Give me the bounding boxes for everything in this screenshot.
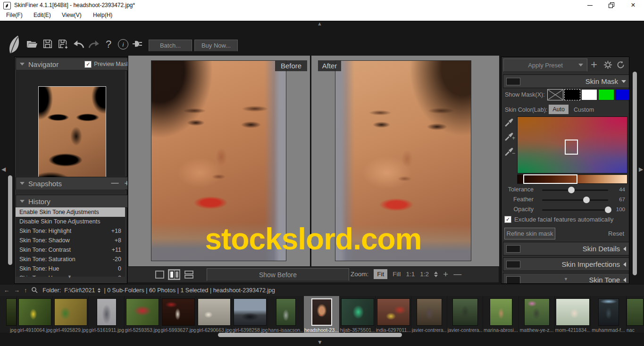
- history-item[interactable]: Enable Skin Tone Adjustments: [16, 207, 125, 217]
- history-item[interactable]: Disable Skin Tone Adjustments: [16, 217, 125, 226]
- zoom-fill-button[interactable]: Fill: [393, 271, 401, 278]
- feather-slider[interactable]: Feather 67: [502, 195, 628, 205]
- folder-spinner[interactable]: [98, 288, 100, 293]
- zoom-spinner[interactable]: [434, 272, 438, 277]
- menu-file[interactable]: File(F): [6, 12, 23, 18]
- search-icon[interactable]: [31, 287, 38, 295]
- minimize-button[interactable]: [579, 0, 600, 10]
- filmstrip-item[interactable]: muhammad-f...: [591, 296, 627, 333]
- filmstrip-item[interactable]: javier-contrera...: [411, 296, 447, 333]
- filmstrip-item[interactable]: girl-5259353.jpg: [125, 296, 160, 333]
- photo-thumbnail[interactable]: [524, 298, 550, 326]
- tolerance-slider[interactable]: Tolerance 44: [502, 185, 628, 195]
- filmstrip-item[interactable]: girl-6290663.jpg: [196, 296, 232, 333]
- skin-imperfections-section-header[interactable]: Skin Imperfections: [503, 257, 629, 271]
- mask-swatch-white[interactable]: [581, 89, 597, 100]
- skin-imperfections-toggle[interactable]: [506, 261, 520, 268]
- menu-edit[interactable]: Edit(E): [33, 12, 51, 18]
- reset-button[interactable]: Reset: [608, 230, 624, 237]
- navigator-header[interactable]: Navigator ✓ Preview Mask: [16, 58, 134, 71]
- photo-thumbnail[interactable]: [341, 298, 374, 326]
- buy-now-button[interactable]: Buy Now...: [194, 40, 238, 51]
- filmstrip-item[interactable]: matthew-ye-z...: [519, 296, 555, 333]
- history-header[interactable]: History: [16, 195, 134, 208]
- history-scroll-down-icon[interactable]: ▼: [67, 274, 72, 279]
- filmstrip-item[interactable]: hijab-3575501...: [340, 296, 376, 333]
- photo-thumbnail[interactable]: [490, 298, 512, 326]
- menu-help[interactable]: Help(H): [93, 12, 112, 18]
- photo-thumbnail[interactable]: [162, 298, 195, 326]
- skin-tone-toggle[interactable]: [506, 276, 520, 284]
- preview-mask-checkbox[interactable]: ✓ Preview Mask: [84, 61, 129, 68]
- exclude-facial-features-checkbox[interactable]: ✓ Exclude facial features automatically: [504, 216, 613, 223]
- mask-swatch-black[interactable]: [564, 89, 580, 100]
- view-mode-single-button[interactable]: [153, 269, 166, 280]
- help-icon[interactable]: ?: [104, 38, 113, 50]
- left-panel-scrollbar[interactable]: [8, 175, 12, 265]
- filmstrip-item[interactable]: nac: [627, 296, 644, 333]
- apply-preset-dropdown[interactable]: Apply Preset: [503, 58, 587, 72]
- opacity-slider[interactable]: Opacity 100: [502, 205, 628, 214]
- collapse-top-arrow[interactable]: ▲: [317, 21, 322, 26]
- collapse-left-arrow[interactable]: ◀: [1, 166, 6, 173]
- navigator-mask-preview[interactable]: [38, 86, 106, 186]
- zoom-1-1-button[interactable]: 1:1: [406, 271, 415, 278]
- mask-swatch-none[interactable]: [547, 89, 563, 100]
- add-preset-icon[interactable]: +: [591, 58, 597, 71]
- close-button[interactable]: ×: [623, 0, 644, 10]
- color-field-selector[interactable]: [565, 140, 578, 155]
- open-folder-icon[interactable]: [26, 40, 38, 49]
- luminance-bar[interactable]: [517, 174, 627, 184]
- photo-thumbnail[interactable]: [556, 298, 590, 326]
- photo-thumbnail[interactable]: [6, 298, 17, 326]
- save-as-icon[interactable]: [58, 39, 69, 49]
- photo-thumbnail[interactable]: [54, 298, 87, 326]
- photo-thumbnail[interactable]: [452, 298, 478, 326]
- photo-thumbnail[interactable]: [417, 298, 442, 326]
- eyedropper-subtract-icon[interactable]: −: [504, 146, 515, 158]
- refine-skin-mask-button[interactable]: Refine skin mask: [504, 228, 555, 239]
- photo-thumbnail[interactable]: [276, 298, 296, 326]
- save-icon[interactable]: [42, 39, 53, 49]
- view-mode-split-horizontal-button[interactable]: [183, 269, 195, 280]
- collapse-bottom-arrow[interactable]: ▼: [317, 339, 323, 346]
- filmstrip-item[interactable]: javier-contrera...: [447, 296, 483, 333]
- nav-up-icon[interactable]: ↑: [24, 287, 27, 294]
- skin-mask-toggle[interactable]: [506, 78, 520, 85]
- filmstrip-item[interactable]: girl-6398258.jpg: [232, 296, 268, 333]
- restore-button[interactable]: [601, 0, 622, 10]
- snapshots-header[interactable]: Snapshots — +: [16, 177, 134, 190]
- nav-forward-icon[interactable]: →: [14, 287, 20, 294]
- skin-details-toggle[interactable]: [506, 245, 520, 253]
- filmstrip-item[interactable]: hans-isaacson...: [268, 296, 304, 333]
- nav-back-icon[interactable]: ←: [4, 287, 10, 294]
- filmstrip-scrollbar[interactable]: [218, 333, 402, 337]
- undo-icon[interactable]: [73, 40, 85, 49]
- mask-swatch-green[interactable]: [598, 89, 614, 100]
- skin-mask-section-header[interactable]: Skin Mask: [503, 74, 629, 88]
- history-item[interactable]: Skin Tone: Saturation-20: [16, 255, 125, 264]
- filmstrip-item[interactable]: marina-abrosi...: [483, 296, 519, 333]
- zoom-in-icon[interactable]: +: [443, 269, 448, 280]
- batch-button[interactable]: Batch...: [149, 40, 192, 51]
- info-icon[interactable]: i: [118, 39, 128, 49]
- zoom-out-icon[interactable]: —: [453, 270, 461, 279]
- photo-thumbnail[interactable]: [18, 298, 51, 326]
- history-item[interactable]: Skin Tone: Contrast+11: [16, 245, 125, 255]
- view-mode-split-vertical-button[interactable]: [168, 269, 180, 280]
- photo-thumbnail[interactable]: [97, 298, 117, 326]
- redo-icon[interactable]: [88, 40, 100, 49]
- collapse-right-arrow[interactable]: ▶: [639, 166, 643, 173]
- preset-settings-gear-icon[interactable]: [603, 60, 612, 71]
- photo-thumbnail[interactable]: [198, 298, 231, 326]
- history-item[interactable]: Skin Tone: Highlight+18: [16, 226, 125, 236]
- show-before-button[interactable]: Show Before: [207, 268, 349, 281]
- menu-view[interactable]: View(V): [62, 12, 82, 18]
- zoom-1-2-button[interactable]: 1:2: [420, 271, 429, 278]
- reset-preset-refresh-icon[interactable]: [616, 60, 625, 71]
- filmstrip-item[interactable]: jpg: [0, 296, 17, 333]
- filmstrip-item[interactable]: girl-4925829.jpg: [53, 296, 89, 333]
- right-panel-scrollbar[interactable]: [633, 72, 637, 275]
- photo-thumbnail[interactable]: [598, 298, 619, 326]
- lab-color-field[interactable]: [517, 116, 627, 173]
